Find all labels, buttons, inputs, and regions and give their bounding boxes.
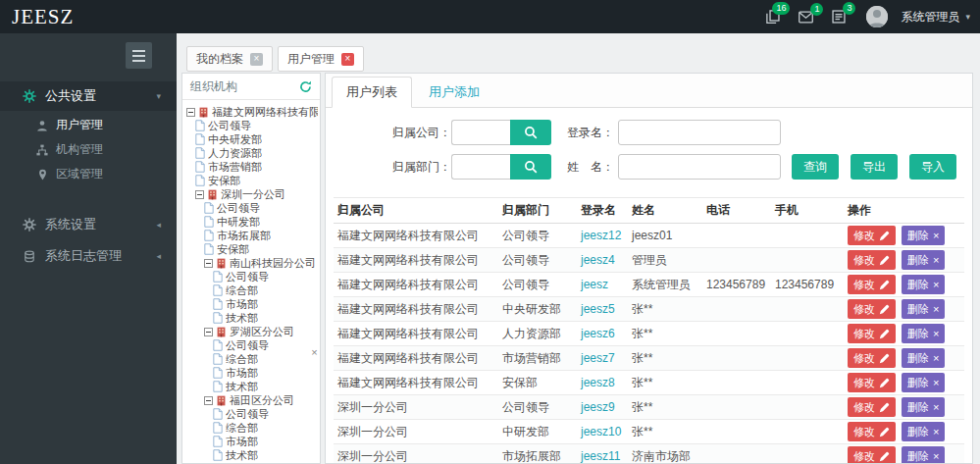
- delete-button[interactable]: 删除×: [902, 348, 945, 368]
- tree-node-dept[interactable]: 中研发部: [184, 215, 318, 229]
- dept-cell: 中央研发部: [498, 297, 577, 322]
- tree-node-label: 公司领导: [226, 407, 269, 421]
- name-filter-input[interactable]: [618, 154, 781, 180]
- delete-button[interactable]: 删除×: [902, 446, 945, 464]
- delete-button[interactable]: 删除×: [902, 250, 945, 270]
- copy-icon[interactable]: 16: [766, 10, 780, 24]
- phone-cell: [702, 420, 771, 444]
- login-name-link[interactable]: jeesz7: [581, 351, 615, 365]
- collapse-toggle[interactable]: [186, 108, 195, 117]
- delete-button[interactable]: 删除×: [902, 299, 945, 319]
- modify-button[interactable]: 修改: [848, 348, 896, 368]
- tree-node-dept[interactable]: 市场部: [184, 366, 318, 380]
- tree-node-dept[interactable]: 市场营销部: [184, 160, 318, 174]
- login-name-link[interactable]: jeesz: [581, 278, 608, 291]
- name-cell: 张**: [628, 371, 702, 395]
- login-name-link[interactable]: jeesz11: [581, 449, 620, 463]
- tree-node-dept[interactable]: 综合部: [184, 352, 318, 366]
- modify-button[interactable]: 修改: [848, 275, 896, 294]
- tree-node-dept[interactable]: 公司领导: [184, 201, 318, 215]
- sidebar-item-org-management[interactable]: 机构管理: [0, 137, 177, 162]
- collapse-toggle[interactable]: [195, 190, 204, 199]
- tree-node-dept[interactable]: 综合部: [184, 284, 318, 297]
- tree-node-dept[interactable]: 技术部: [184, 380, 318, 393]
- modify-button[interactable]: 修改: [848, 250, 896, 270]
- modify-button[interactable]: 修改: [848, 446, 896, 464]
- tree-node-dept[interactable]: 安保部: [184, 174, 318, 187]
- sidebar-item-public-settings[interactable]: 公共设置▾: [0, 81, 177, 111]
- tab-user-management[interactable]: 用户管理×: [278, 46, 364, 72]
- modify-button[interactable]: 修改: [848, 397, 896, 417]
- modify-button[interactable]: 修改: [848, 422, 896, 441]
- tab-user-list[interactable]: 用户列表: [332, 77, 412, 108]
- refresh-button[interactable]: [299, 80, 312, 93]
- export-button[interactable]: 导出: [851, 154, 898, 180]
- sidebar-item-system-log-management[interactable]: 系统日志管理◂: [0, 241, 177, 271]
- tree-node-dept[interactable]: 公司领导: [184, 270, 318, 284]
- delete-button[interactable]: 删除×: [902, 275, 945, 294]
- query-button[interactable]: 查询: [792, 154, 839, 180]
- sidebar-item-system-settings[interactable]: 系统设置◂: [0, 210, 177, 239]
- panel-collapse-handle[interactable]: ×: [309, 346, 320, 360]
- tree-node-company[interactable]: 福建文网网络科技有限公司: [184, 105, 318, 119]
- sidebar-item-region-management[interactable]: 区域管理: [0, 162, 177, 186]
- delete-button[interactable]: 删除×: [902, 226, 945, 245]
- avatar[interactable]: [866, 6, 888, 27]
- tab-user-add[interactable]: 用户添加: [414, 77, 494, 108]
- close-icon[interactable]: ×: [250, 53, 263, 66]
- collapse-toggle[interactable]: [204, 396, 213, 405]
- collapse-toggle[interactable]: [204, 259, 213, 268]
- tree-node-dept[interactable]: 公司领导: [184, 338, 318, 352]
- user-menu[interactable]: 系统管理员 ▾: [901, 9, 970, 26]
- company-filter-input[interactable]: [451, 120, 510, 145]
- login-name-link[interactable]: jeesz6: [581, 327, 615, 340]
- dept-cell: 公司领导: [498, 248, 577, 273]
- tree-node-company[interactable]: 罗湖区分公司: [184, 325, 318, 338]
- sidebar-toggle-button[interactable]: [126, 42, 152, 69]
- tree-node-dept[interactable]: 市场拓展部: [184, 229, 318, 242]
- modify-button[interactable]: 修改: [848, 226, 896, 245]
- tree-node-dept[interactable]: 公司领导: [184, 407, 318, 421]
- modify-label: 修改: [853, 327, 875, 341]
- delete-button[interactable]: 删除×: [902, 324, 945, 343]
- tree-node-dept[interactable]: 综合部: [184, 421, 318, 435]
- tree-node-dept[interactable]: 安保部: [184, 242, 318, 256]
- close-icon[interactable]: ×: [341, 53, 354, 66]
- tasks-icon[interactable]: 3: [832, 10, 846, 24]
- tree-node-dept[interactable]: 公司领导: [184, 119, 318, 132]
- mail-icon[interactable]: 1: [799, 11, 813, 24]
- sidebar-item-user-management[interactable]: 用户管理: [0, 113, 177, 137]
- dept-search-button[interactable]: [510, 154, 551, 180]
- tree-node-dept[interactable]: 技术部: [184, 311, 318, 325]
- tree-node-company[interactable]: 福田区分公司: [184, 393, 318, 407]
- modify-button[interactable]: 修改: [848, 373, 896, 392]
- phone-cell: [702, 444, 771, 464]
- import-button[interactable]: 导入: [909, 154, 956, 180]
- tree-node-dept[interactable]: 市场部: [184, 297, 318, 311]
- tree-node-dept[interactable]: 人力资源部: [184, 146, 318, 160]
- tree-node-dept[interactable]: 市场部: [184, 435, 318, 448]
- tree-node-company[interactable]: 南山科技园分公司: [184, 256, 318, 270]
- company-search-button[interactable]: [510, 120, 551, 145]
- notification-badge: 3: [843, 2, 855, 15]
- delete-button[interactable]: 删除×: [902, 422, 945, 441]
- tab-my-files[interactable]: 我的档案×: [186, 46, 273, 72]
- dept-filter-input[interactable]: [451, 154, 510, 180]
- modify-button[interactable]: 修改: [848, 299, 896, 319]
- modify-label: 修改: [853, 229, 875, 243]
- modify-button[interactable]: 修改: [848, 324, 896, 343]
- login-name-link[interactable]: jeesz10: [581, 425, 621, 438]
- login-filter-input[interactable]: [618, 120, 781, 145]
- tree-node-dept[interactable]: 技术部: [184, 448, 318, 462]
- delete-button[interactable]: 删除×: [902, 373, 945, 392]
- collapse-toggle[interactable]: [204, 328, 213, 336]
- login-name-link[interactable]: jeesz9: [581, 400, 615, 414]
- tree-node-company[interactable]: 深圳一分公司: [184, 187, 318, 201]
- login-name-link[interactable]: jeesz4: [581, 253, 615, 267]
- login-name-link[interactable]: jeesz8: [581, 376, 615, 389]
- login-name-link[interactable]: jeesz12: [581, 229, 621, 242]
- delete-button[interactable]: 删除×: [902, 397, 945, 417]
- tree-node-dept[interactable]: 中央研发部: [184, 132, 318, 146]
- login-name-link[interactable]: jeesz5: [581, 302, 615, 316]
- mobile-cell: 123456789: [771, 273, 844, 297]
